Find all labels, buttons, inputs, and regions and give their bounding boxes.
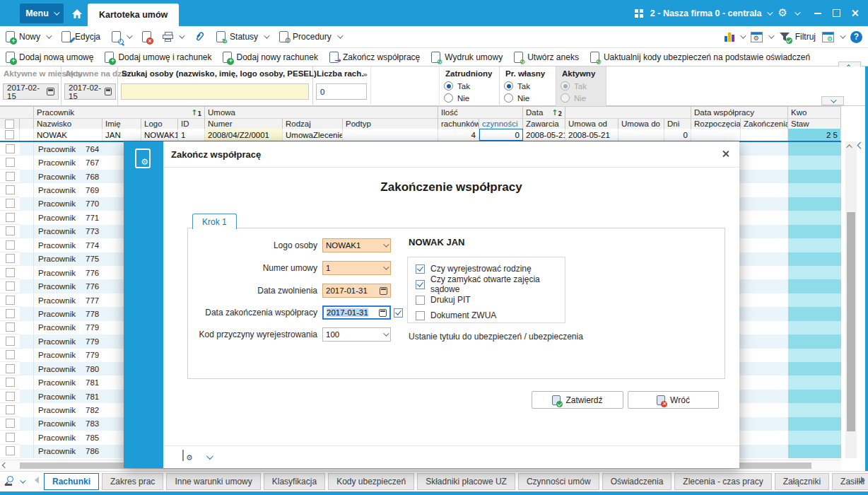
row-checkbox[interactable] [0,142,20,156]
col-rodzaj[interactable]: Rodzaj [283,119,343,129]
col-numer[interactable]: Numer [205,119,283,129]
vertical-scrollbar-thumb[interactable] [847,212,855,431]
dialog-close-button[interactable] [722,150,729,160]
bottom-tab[interactable]: Inne warunki umowy [166,473,260,490]
edit-button[interactable]: Edycja [61,31,100,42]
attachment-button[interactable] [194,31,205,42]
radio-option-tak[interactable]: Tak [444,81,470,91]
row-checkbox[interactable] [0,321,20,334]
confirm-button[interactable]: Zatwierdź [532,391,623,409]
chevron-down-icon[interactable] [20,477,25,483]
row-checkbox[interactable] [0,293,20,307]
col-nazwisko[interactable]: Nazwisko [34,119,102,129]
row-checkbox[interactable] [0,431,20,444]
print-contract-button[interactable]: ⚙ Wydruk umowy [431,52,503,63]
row-checkbox[interactable] [0,279,20,293]
row-checkbox[interactable] [0,183,20,197]
back-button[interactable]: × Wróć [628,391,719,409]
logo-osoby-select[interactable]: NOWAK1 [322,238,391,252]
statuses-button[interactable]: ↻ Statusy [216,31,268,42]
print-button[interactable] [163,32,183,42]
col-logo[interactable]: Logo [141,119,178,129]
numer-umowy-select[interactable]: 1 [322,261,391,275]
group-pracownik[interactable]: Pracownik↑1 [34,107,205,118]
group-data[interactable]: Data↑2 [523,107,565,118]
col-zawarcia[interactable]: Zawarcia [523,119,565,129]
table-row-selected[interactable]: NOWAK JAN NOWAK1 1 2008/04/Z2/0001 Umowa… [0,129,841,141]
help-button[interactable]: ? [850,31,862,43]
bottom-tab[interactable]: Zlecenia - czas pracy [674,473,771,490]
menu-button[interactable]: Menu [20,4,64,23]
modal-checkbox-row[interactable]: Drukuj PIT [408,292,565,308]
close-button[interactable] [845,4,864,23]
tabs-scroll-right-icon[interactable] [861,477,865,484]
layout-settings-button[interactable]: ⚙ [822,32,844,42]
modal-checkbox-row[interactable]: Czy zamykać otwarte zajęcia sądowe [408,276,565,292]
search-person-input[interactable] [121,83,309,100]
create-annex-button[interactable]: ⚙ Utwórz aneks [514,52,579,63]
bottom-tab[interactable]: Składniki płacowe UZ [417,473,515,490]
col-rachunkow[interactable]: rachunków [438,119,479,129]
end-cooperation-button[interactable]: → Zakończ współpracę [329,52,420,63]
data-zwolnienia-field[interactable]: 2017-01-31 [322,284,391,298]
bottom-tab[interactable]: Rachunki [44,473,99,490]
calendar-icon[interactable] [47,88,54,95]
row-checkbox[interactable] [0,252,20,266]
apps-grid-icon[interactable] [635,9,643,18]
add-contract-and-account-button[interactable]: + Dodaj umowę i rachunek [105,52,211,63]
row-checkbox[interactable] [0,211,20,224]
row-checkbox[interactable] [0,197,20,211]
scroll-left-icon[interactable] [2,462,8,468]
col-imie[interactable]: Imię [102,119,141,129]
calendar-icon[interactable] [379,309,387,317]
calendar-icon[interactable] [380,287,387,295]
col-dni[interactable]: Dni [664,119,691,129]
row-checkbox[interactable] [0,129,20,141]
row-checkbox[interactable] [0,375,20,389]
col-stawka[interactable]: Staw [788,119,841,129]
cell-czynnosci-focused[interactable]: 0 [479,129,523,141]
col-id[interactable]: ID [178,119,205,129]
row-checkbox[interactable] [0,307,20,320]
row-checkbox[interactable] [0,170,20,183]
lookup-chart-icon[interactable] [5,476,16,487]
checkbox[interactable] [416,280,425,289]
col-umowa-do[interactable]: Umowa do [618,119,664,129]
bottom-tab[interactable]: Oświadczenia [602,473,672,490]
col-czynnosci[interactable]: czynności [479,119,523,129]
procedures-button[interactable]: ⚙ Procedury [279,31,341,42]
row-checkbox[interactable] [0,334,20,348]
tab-krok-1[interactable]: Krok 1 [192,214,237,229]
home-icon[interactable] [69,6,85,21]
group-umowa[interactable]: Umowa [205,107,438,118]
calendar-icon[interactable] [105,88,112,95]
active-day-date-field[interactable]: 2017-02-15 [64,83,116,100]
bottom-tab[interactable]: Zakres prac [102,473,163,490]
group-ilosc[interactable]: Ilość [438,107,523,118]
radio-option-nie[interactable]: Nie [444,93,469,103]
group-data-wspolpracy[interactable]: Data współpracy [691,107,788,118]
vertical-scrollbar[interactable] [845,141,857,458]
radio-option-nie[interactable]: Nie [504,93,529,103]
group-kwota[interactable]: Kwo [788,107,841,118]
checkbox[interactable] [416,311,425,320]
expand-double-chevron-icon[interactable]: » [363,70,368,79]
account-count-input[interactable]: 0 [316,83,367,100]
col-rozpoczecia[interactable]: Rozpoczęcia [691,119,741,129]
checkbox[interactable] [416,264,425,274]
analysis-button[interactable] [725,33,744,42]
chevron-down-icon[interactable] [206,453,213,460]
grid-settings-button[interactable]: ⚙ [751,32,773,42]
bottom-tab[interactable]: Klasyfikacja [264,473,325,490]
chevron-down-icon[interactable] [794,9,800,15]
row-checkbox[interactable] [0,403,20,417]
bottom-tab[interactable]: Załączniki [775,473,829,490]
row-checkbox[interactable] [0,417,20,431]
expand-panel-button[interactable] [821,96,844,105]
row-checkbox[interactable] [0,445,20,458]
scroll-up-icon[interactable] [846,144,852,150]
bottom-tab[interactable]: Czynności umów [518,473,599,490]
row-checkbox[interactable] [0,266,20,279]
col-umowa-od[interactable]: Umowa od [565,119,618,129]
row-checkbox[interactable] [0,156,20,169]
